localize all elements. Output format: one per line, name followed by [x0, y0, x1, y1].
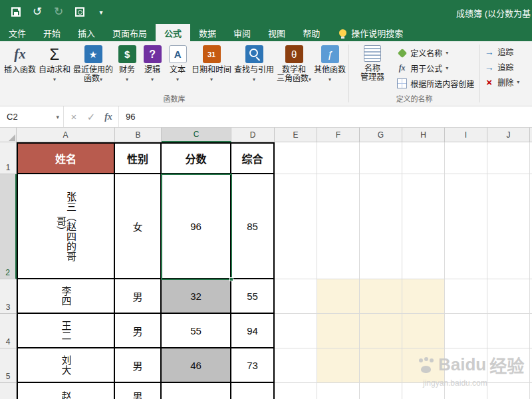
cell-G1[interactable] — [360, 142, 402, 174]
row-header-1[interactable]: 1 — [0, 142, 17, 174]
cell-B2[interactable]: 女 — [115, 174, 162, 279]
cell-B3[interactable]: 男 — [115, 279, 162, 314]
cell-J2[interactable] — [487, 174, 530, 279]
cell-G2[interactable] — [360, 174, 402, 279]
insert-function-icon[interactable]: fx — [100, 112, 117, 122]
column-header-I[interactable]: I — [445, 128, 487, 142]
cell-C4[interactable]: 55 — [162, 314, 231, 348]
ribbon-button-insert-function[interactable]: 插入函数 — [3, 43, 37, 82]
column-header-H[interactable]: H — [402, 128, 445, 142]
tell-me-search[interactable]: 操作说明搜索 — [339, 24, 403, 41]
cell-E4[interactable] — [275, 314, 317, 348]
cell-F1[interactable] — [317, 142, 360, 174]
ribbon-button-date-time[interactable]: 日期和时间▾ — [190, 43, 233, 83]
cell-J3[interactable] — [487, 279, 530, 314]
cell-G4[interactable] — [360, 314, 402, 348]
cell-A2[interactable]: 张三（赵四的哥哥） — [17, 174, 115, 279]
cell-B5[interactable]: 男 — [115, 348, 162, 383]
column-header-D[interactable]: D — [231, 128, 275, 142]
ribbon-button-math-trig[interactable]: 数学和三角函数▾ — [275, 43, 313, 83]
cell-A4[interactable]: 王二 — [17, 314, 115, 348]
cell-A1[interactable]: 姓名 — [17, 142, 115, 174]
cell-C1[interactable]: 分数 — [162, 142, 231, 174]
cell-F6[interactable] — [317, 383, 360, 399]
tab-file[interactable]: 文件 — [0, 24, 35, 41]
formula-bar-value[interactable]: 96 — [119, 106, 135, 127]
cell-I4[interactable] — [445, 314, 487, 348]
row-header-6[interactable]: 6 — [0, 383, 17, 399]
cell-E5[interactable] — [275, 348, 317, 383]
name-manager-button[interactable]: 名称 管理器 — [353, 43, 392, 94]
cell-D6[interactable] — [231, 383, 275, 399]
cell-J4[interactable] — [487, 314, 530, 348]
cell-C2[interactable]: 96 — [162, 174, 231, 279]
cell-B1[interactable]: 性别 — [115, 142, 162, 174]
tab-view[interactable]: 视图 — [259, 24, 294, 41]
tab-page-layout[interactable]: 页面布局 — [104, 24, 156, 41]
cell-J1[interactable] — [487, 142, 530, 174]
cell-B4[interactable]: 男 — [115, 314, 162, 348]
ribbon-button-lookup-reference[interactable]: 查找与引用▾ — [233, 43, 275, 83]
cell-D3[interactable]: 55 — [231, 279, 275, 314]
cell-E1[interactable] — [275, 142, 317, 174]
tab-help[interactable]: 帮助 — [294, 24, 329, 41]
cell-D2[interactable]: 85 — [231, 174, 275, 279]
ribbon-button-recently-used[interactable]: 最近使用的函数▾ — [72, 43, 114, 83]
cell-F4[interactable] — [317, 314, 360, 348]
cell-C5[interactable]: 46 — [162, 348, 231, 383]
tab-home[interactable]: 开始 — [35, 24, 69, 41]
cell-H1[interactable] — [402, 142, 445, 174]
name-box-caret-icon[interactable]: ▾ — [56, 114, 59, 120]
ribbon-button-define-name[interactable]: 定义名称▾ — [394, 45, 477, 61]
cell-I2[interactable] — [445, 174, 487, 279]
cell-D4[interactable]: 94 — [231, 314, 275, 348]
cell-I1[interactable] — [445, 142, 487, 174]
ribbon-button-use-in-formula[interactable]: 用于公式▾ — [394, 61, 477, 76]
cell-A5[interactable]: 刘大 — [17, 348, 115, 383]
tab-insert[interactable]: 插入 — [69, 24, 104, 41]
tab-formulas[interactable]: 公式 — [156, 24, 190, 41]
name-box[interactable]: C2 ▾ — [0, 106, 64, 127]
ribbon-button-trace-precedents[interactable]: 追踪 — [481, 44, 522, 59]
ribbon-button-logical[interactable]: 逻辑▾ — [140, 43, 165, 83]
column-header-C[interactable]: C — [162, 128, 231, 142]
ribbon-button-text[interactable]: 文本▾ — [165, 43, 190, 83]
column-header-B[interactable]: B — [115, 128, 162, 142]
ribbon-button-financial[interactable]: 财务▾ — [114, 43, 140, 83]
column-header-G[interactable]: G — [360, 128, 402, 142]
customize-qat-button[interactable]: ▾ — [96, 6, 106, 18]
cell-H3[interactable] — [402, 279, 445, 314]
column-header-F[interactable]: F — [317, 128, 360, 142]
row-header-4[interactable]: 4 — [0, 314, 17, 348]
cell-E3[interactable] — [275, 279, 317, 314]
cell-I3[interactable] — [445, 279, 487, 314]
column-header-J[interactable]: J — [487, 128, 530, 142]
row-header-2[interactable]: 2 — [0, 174, 17, 279]
cell-F5[interactable] — [317, 348, 360, 383]
cell-C6[interactable] — [162, 383, 231, 399]
cell-A6[interactable]: 赵 — [17, 383, 115, 399]
cell-G5[interactable] — [360, 348, 402, 383]
cell-D5[interactable]: 73 — [231, 348, 275, 383]
ribbon-button-create-from-selection[interactable]: 根据所选内容创建 — [394, 76, 477, 91]
cell-H2[interactable] — [402, 174, 445, 279]
ribbon-button-trace-dependents[interactable]: 追踪 — [481, 59, 522, 74]
select-all-corner[interactable] — [0, 128, 17, 142]
cell-F2[interactable] — [317, 174, 360, 279]
cell-G6[interactable] — [360, 383, 402, 399]
cell-B6[interactable]: 男 — [115, 383, 162, 399]
cell-E6[interactable] — [275, 383, 317, 399]
row-header-5[interactable]: 5 — [0, 348, 17, 383]
cancel-icon[interactable]: × — [65, 111, 82, 122]
cell-H4[interactable] — [402, 314, 445, 348]
ribbon-button-remove-arrows[interactable]: 删除▾ — [481, 74, 522, 90]
tab-data[interactable]: 数据 — [190, 24, 225, 41]
cell-A3[interactable]: 李四 — [17, 279, 115, 314]
redo-button[interactable]: ↻ — [53, 6, 64, 18]
ribbon-button-more-functions[interactable]: 其他函数▾ — [313, 43, 347, 83]
row-header-3[interactable]: 3 — [0, 279, 17, 314]
ribbon-button-autosum[interactable]: 自动求和▾ — [37, 43, 72, 83]
column-header-E[interactable]: E — [275, 128, 317, 142]
cell-D1[interactable]: 综合 — [231, 142, 275, 174]
cell-E2[interactable] — [275, 174, 317, 279]
